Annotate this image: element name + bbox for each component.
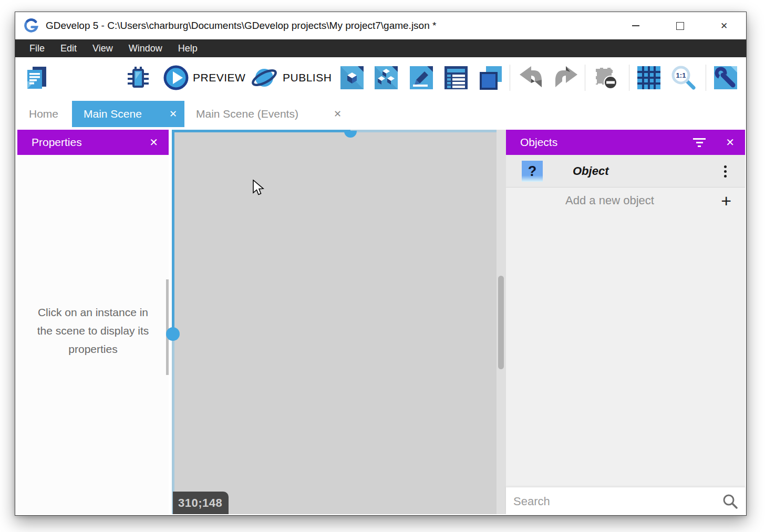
vertical-scroll-thumb[interactable] <box>166 327 180 341</box>
tab-bar: Home Main Scene ✕ Main Scene (Events) ✕ <box>15 98 746 127</box>
tab-label: Main Scene <box>84 108 142 120</box>
add-object-label: Add a new object <box>506 187 714 214</box>
project-manager-icon[interactable] <box>24 65 50 91</box>
publish-globe-icon[interactable] <box>251 65 277 91</box>
canvas-vertical-scrollbar[interactable] <box>172 130 174 514</box>
instances-list-icon[interactable] <box>443 65 469 91</box>
editor-content: Properties ✕ Click on an instance in the… <box>15 127 746 514</box>
mouse-cursor <box>252 180 265 196</box>
publish-button[interactable]: PUBLISH <box>283 57 332 98</box>
gdevelop-logo-icon <box>24 18 38 33</box>
toolbar-separator <box>510 65 510 91</box>
scene-canvas[interactable]: 310;148 <box>172 130 497 514</box>
preview-button[interactable]: PREVIEW <box>193 57 245 98</box>
toolbar-separator <box>706 65 706 91</box>
close-icon: ✕ <box>720 22 728 30</box>
tab-label: Main Scene (Events) <box>196 108 298 120</box>
zoom-original-icon[interactable]: 1:1 <box>670 65 697 91</box>
edit-scene-properties-icon[interactable] <box>408 65 435 91</box>
menu-bar: File Edit View Window Help <box>15 39 746 57</box>
minimize-icon <box>632 25 639 26</box>
edit-objects-icon[interactable] <box>339 65 365 91</box>
search-icon[interactable] <box>722 493 738 509</box>
menu-view[interactable]: View <box>85 39 121 57</box>
plus-icon[interactable]: + <box>721 187 731 214</box>
tab-close-icon[interactable]: ✕ <box>169 101 177 127</box>
layers-icon[interactable] <box>478 65 504 91</box>
cursor-coordinates-badge: 310;148 <box>173 492 229 514</box>
debugger-icon[interactable] <box>125 65 151 91</box>
objects-search-bar <box>506 487 745 514</box>
window-controls: ✕ <box>614 12 746 39</box>
add-object-row[interactable]: Add a new object + <box>506 187 745 214</box>
window-title: GDevelop 5 - C:\Users\charburg\Documents… <box>46 12 436 39</box>
close-button[interactable]: ✕ <box>702 12 746 39</box>
toolbar-separator <box>629 65 629 91</box>
properties-panel-header: Properties ✕ <box>17 130 169 155</box>
object-name: Object <box>573 155 608 187</box>
filter-icon[interactable] <box>691 130 707 155</box>
tab-close-icon[interactable]: ✕ <box>334 101 342 127</box>
objects-panel: Objects ✕ ? Object Add a new object + <box>506 130 745 514</box>
minimize-button[interactable] <box>614 12 658 39</box>
middle-scrollbar-thumb[interactable] <box>498 276 504 369</box>
app-window: GDevelop 5 - C:\Users\charburg\Documents… <box>15 12 747 516</box>
unknown-object-icon: ? <box>522 161 543 182</box>
menu-edit[interactable]: Edit <box>53 39 85 57</box>
toolbar: PREVIEW PUBLISH <box>15 57 746 98</box>
desktop: GDevelop 5 - C:\Users\charburg\Documents… <box>0 0 765 532</box>
properties-empty-message: Click on an instance in the scene to dis… <box>17 303 169 358</box>
redo-icon[interactable] <box>553 65 580 91</box>
properties-scrollbar[interactable] <box>166 279 169 375</box>
middle-scrollbar-track[interactable] <box>497 130 506 514</box>
open-settings-icon[interactable] <box>712 65 739 91</box>
menu-help[interactable]: Help <box>170 39 205 57</box>
close-panel-icon[interactable]: ✕ <box>149 130 158 155</box>
search-input[interactable] <box>506 487 722 515</box>
objects-panel-title: Objects <box>520 136 557 149</box>
toolbar-separator <box>585 65 585 91</box>
object-menu-icon[interactable] <box>720 162 730 180</box>
deselect-instances-icon[interactable] <box>593 65 619 91</box>
undo-icon[interactable] <box>518 65 544 91</box>
horizontal-scroll-thumb[interactable] <box>344 131 357 138</box>
maximize-icon <box>676 22 684 30</box>
edit-object-groups-icon[interactable] <box>373 65 399 91</box>
maximize-button[interactable] <box>658 12 702 39</box>
object-list-item[interactable]: ? Object <box>506 155 745 187</box>
tab-label: Home <box>29 108 58 120</box>
canvas-horizontal-scrollbar[interactable] <box>172 130 497 132</box>
close-panel-icon[interactable]: ✕ <box>726 130 735 155</box>
tab-home[interactable]: Home <box>20 101 67 127</box>
toggle-grid-icon[interactable] <box>636 65 662 91</box>
title-bar[interactable]: GDevelop 5 - C:\Users\charburg\Documents… <box>15 12 746 39</box>
objects-panel-header: Objects ✕ <box>506 130 745 155</box>
properties-panel: Properties ✕ Click on an instance in the… <box>17 130 169 514</box>
tab-main-scene[interactable]: Main Scene ✕ <box>72 101 184 127</box>
properties-panel-title: Properties <box>32 136 82 149</box>
menu-file[interactable]: File <box>22 39 53 57</box>
tab-main-scene-events[interactable]: Main Scene (Events) ✕ <box>184 101 349 127</box>
zoom-ratio-label: 1:1 <box>676 71 686 79</box>
menu-window[interactable]: Window <box>121 39 170 57</box>
preview-play-icon[interactable] <box>163 65 189 91</box>
